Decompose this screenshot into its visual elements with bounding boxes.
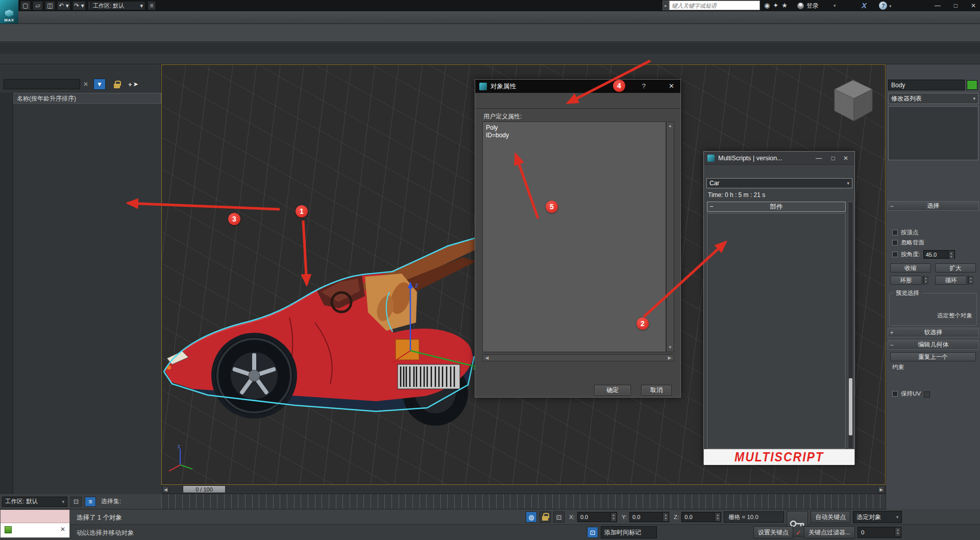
- selection-rollout-header[interactable]: −选择: [888, 201, 979, 211]
- multiscripts-title-bar[interactable]: MultiScripts | version... — □ ✕: [704, 152, 854, 165]
- parts-rollout-header[interactable]: −部件: [707, 202, 846, 212]
- listener-pane[interactable]: ✕: [1, 523, 69, 537]
- macro-recorder-pane[interactable]: [1, 510, 69, 523]
- lock-selection-icon[interactable]: [540, 511, 551, 523]
- explorer-search-input[interactable]: [4, 79, 80, 89]
- maxscript-mini-listener[interactable]: ✕: [0, 509, 70, 538]
- selection-lock-toggle-icon[interactable]: ≡: [85, 497, 96, 507]
- dialog-title: 对象属性: [491, 82, 516, 91]
- set-key-button[interactable]: 设置关键点: [753, 526, 793, 538]
- grow-button[interactable]: 扩大: [935, 263, 976, 273]
- user-props-label: 用户定义属性:: [483, 112, 522, 121]
- user-props-textarea[interactable]: Poly ID=body: [482, 121, 666, 352]
- x-coord-field[interactable]: 0.0▲▼: [577, 512, 617, 522]
- cancel-button[interactable]: 取消: [641, 385, 672, 396]
- selected-mode-dropdown[interactable]: 选定对象▾: [853, 511, 902, 523]
- z-coord-field[interactable]: 0.0▲▼: [681, 512, 721, 522]
- ms-close-icon[interactable]: ✕: [843, 155, 848, 162]
- isolate-toggle-icon[interactable]: ⊡: [70, 497, 82, 507]
- angle-value-field[interactable]: 45.0▲▼: [923, 250, 955, 259]
- filter-icon[interactable]: ▼: [93, 79, 106, 90]
- track-bar[interactable]: [161, 494, 886, 509]
- object-color-swatch[interactable]: [967, 80, 977, 90]
- dialog-close-icon[interactable]: ✕: [669, 82, 674, 90]
- time-tag-icon[interactable]: ⊡: [587, 527, 598, 538]
- ring-button[interactable]: 环形: [890, 276, 922, 285]
- sign-in-label: 登录: [806, 2, 819, 10]
- loop-spinner[interactable]: ▲▼: [968, 276, 973, 285]
- grid-size-display: 栅格 = 10.0: [724, 511, 784, 523]
- ignore-backfacing-checkbox[interactable]: 忽略背面: [892, 239, 924, 247]
- favorites-icon[interactable]: ★: [781, 2, 788, 9]
- sign-in-button[interactable]: 登录 ▾: [797, 0, 836, 11]
- selection-set-label: 选择集:: [101, 497, 121, 506]
- communication-center-icon[interactable]: ✦: [773, 2, 778, 9]
- add-selection-icon[interactable]: +: [128, 81, 132, 88]
- ms-scrollbar-thumb[interactable]: [849, 378, 852, 435]
- save-file-icon[interactable]: ◫: [45, 1, 55, 10]
- scroll-down-icon: ▼: [667, 344, 674, 351]
- shrink-button[interactable]: 收缩: [890, 263, 931, 273]
- exchange-apps-icon[interactable]: X: [862, 1, 867, 10]
- name-column-header[interactable]: 名称(按年龄升序排序): [13, 93, 161, 104]
- ring-spinner[interactable]: ▲▼: [923, 276, 928, 285]
- workspace-selector[interactable]: 工作区: 默认 ▾: [90, 1, 145, 10]
- preset-dropdown[interactable]: Car ▾: [706, 178, 852, 188]
- time-slider[interactable]: ◀ 0 / 100 ▶: [161, 485, 886, 494]
- edit-geometry-rollout-header[interactable]: −编辑几何体: [888, 340, 979, 350]
- close-icon[interactable]: ✕: [60, 526, 65, 533]
- lock-explorer-icon[interactable]: [114, 84, 120, 88]
- current-frame-field[interactable]: 0▲▼: [857, 527, 901, 538]
- by-vertex-checkbox[interactable]: 按顶点: [892, 229, 919, 236]
- absolute-offset-mode-icon[interactable]: ⊡: [553, 511, 565, 523]
- restore-button[interactable]: □: [954, 2, 958, 9]
- object-name-field[interactable]: Body: [888, 80, 965, 90]
- chevron-down-icon: ▾: [140, 3, 143, 9]
- annotation-circle-3: 3: [228, 213, 240, 225]
- undo-icon[interactable]: ↶ ▾: [57, 1, 70, 10]
- open-file-icon[interactable]: ▱: [33, 1, 43, 10]
- preserve-uv-checkbox[interactable]: 保持UV: [892, 390, 930, 398]
- time-slider-left-arrow[interactable]: ◀: [162, 486, 169, 493]
- redo-icon[interactable]: ↷ ▾: [72, 1, 86, 10]
- gizmo-z-label: z: [415, 281, 419, 289]
- dialog-title-bar[interactable]: 对象属性 ? ✕: [475, 80, 680, 93]
- toolbar-overflow-button[interactable]: ≡: [148, 1, 156, 10]
- viewcube[interactable]: [829, 74, 876, 123]
- modifier-list-dropdown[interactable]: 修改器列表 ▾: [888, 93, 978, 104]
- search-input[interactable]: [669, 1, 760, 10]
- by-angle-checkbox[interactable]: 按角度: 45.0▲▼: [892, 250, 955, 259]
- ok-button[interactable]: 确定: [594, 385, 631, 396]
- time-slider-right-arrow[interactable]: ▶: [878, 486, 885, 493]
- workspace-selector-bottom[interactable]: 工作区: 默认 ▾: [2, 497, 67, 507]
- vertical-scrollbar[interactable]: ▲ ▼: [666, 121, 674, 352]
- minimize-button[interactable]: —: [935, 2, 941, 9]
- search-communities-icon[interactable]: ◉: [764, 2, 770, 9]
- soft-selection-rollout-header[interactable]: +软选择: [888, 328, 979, 337]
- bottom-left-toolbar: 工作区: 默认 ▾ ⊡ ≡ 选择集:: [0, 494, 161, 509]
- ms-minimize-icon[interactable]: —: [816, 155, 822, 162]
- ms-maximize-icon[interactable]: □: [831, 155, 835, 162]
- close-button[interactable]: ✕: [971, 2, 976, 9]
- auto-key-button[interactable]: 自动关键点: [811, 511, 850, 523]
- clear-search-icon[interactable]: ✕: [83, 81, 88, 88]
- status-controls-row1: ◍ ⊡ X: 0.0▲▼ Y: 0.0▲▼ Z: 0.0▲▼ 栅格 = 10.0…: [526, 511, 910, 523]
- multiscripts-icon: [707, 155, 715, 162]
- time-slider-handle[interactable]: 0 / 100: [183, 485, 226, 493]
- key-filters-button[interactable]: 关键点过滤器...: [804, 526, 855, 538]
- loop-button[interactable]: 循环: [935, 276, 967, 285]
- repeat-last-button[interactable]: 重复上一个: [890, 352, 976, 361]
- new-scene-icon[interactable]: ▢: [20, 1, 31, 10]
- dialog-help-icon[interactable]: ?: [642, 82, 646, 90]
- preserve-uv-settings-icon[interactable]: [924, 391, 930, 398]
- isolate-selection-icon[interactable]: ◍: [526, 511, 537, 523]
- set-key-check-icon[interactable]: ✓: [796, 529, 801, 536]
- horizontal-scrollbar[interactable]: ◀ ▶: [482, 354, 674, 361]
- add-time-tag-button[interactable]: 添加时间标记: [601, 526, 657, 538]
- search-history-button[interactable]: ▸: [663, 1, 669, 10]
- application-menu-button[interactable]: MAX: [0, 0, 18, 23]
- help-menu-button[interactable]: ?: [879, 2, 887, 10]
- y-coord-field[interactable]: 0.0▲▼: [629, 512, 669, 522]
- chevron-down-icon: ▾: [896, 514, 899, 520]
- ms-scrollbar[interactable]: [848, 202, 853, 449]
